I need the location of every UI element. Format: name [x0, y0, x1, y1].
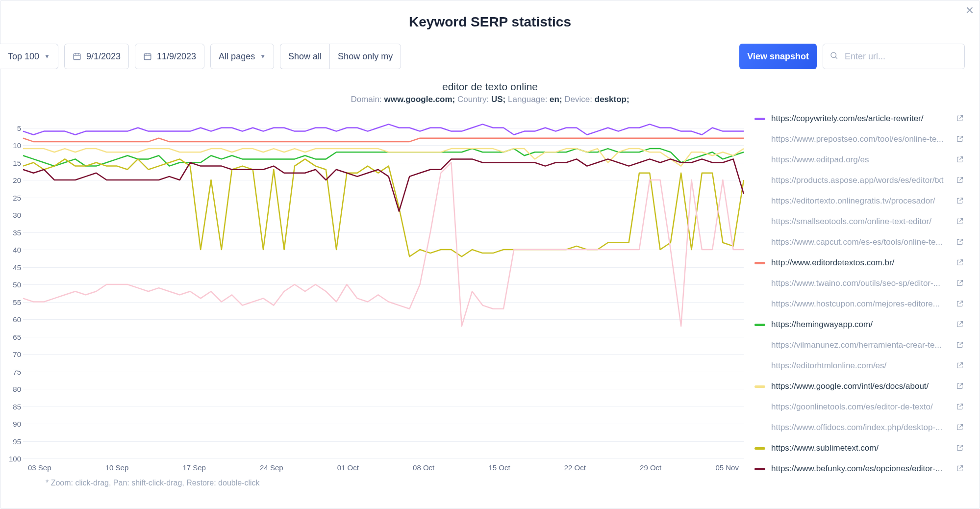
legend-swatch	[754, 262, 765, 264]
legend-item[interactable]: https://goonlinetools.com/es/editor-de-t…	[754, 397, 965, 417]
legend-label: https://www.editpad.org/es	[771, 155, 950, 165]
close-icon[interactable]: ×	[962, 2, 978, 18]
chevron-down-icon: ▼	[260, 53, 266, 60]
legend-item[interactable]: https://www.prepostseo.com/tool/es/onlin…	[754, 129, 965, 150]
legend-item[interactable]: https://www.twaino.com/outils/seo-sp/edi…	[754, 273, 965, 294]
legend-item[interactable]: https://vilmanunez.com/herramienta-crear…	[754, 335, 965, 356]
legend-label: https://editorhtmlonline.com/es/	[771, 361, 950, 371]
external-link-icon[interactable]	[956, 258, 965, 267]
legend-swatch	[754, 385, 765, 388]
series-line	[23, 163, 744, 327]
pages-filter-select[interactable]: All pages ▼	[210, 44, 274, 69]
x-tick: 03 Sep	[28, 463, 51, 472]
legend-item[interactable]: https://www.hostcupon.com/mejores-editor…	[754, 294, 965, 314]
external-link-icon[interactable]	[956, 423, 965, 432]
external-link-icon[interactable]	[956, 197, 965, 205]
toolbar: Top 100 ▼ 9/1/2023 11/9/2023 All pages ▼…	[0, 30, 980, 74]
y-tick: 35	[1, 228, 21, 236]
external-link-icon[interactable]	[956, 464, 965, 473]
date-from-picker[interactable]: 9/1/2023	[64, 44, 129, 69]
legend-item[interactable]: https://www.befunky.com/es/opciones/edit…	[754, 458, 965, 476]
y-tick: 60	[1, 315, 21, 324]
legend-item[interactable]: https://editorhtmlonline.com/es/	[754, 356, 965, 376]
chart-header: editor de texto online Domain: www.googl…	[0, 81, 980, 104]
external-link-icon[interactable]	[956, 341, 965, 350]
url-search-input[interactable]	[823, 44, 965, 69]
view-snapshot-button[interactable]: View snapshot	[739, 44, 817, 69]
legend-label: https://www.google.com/intl/es/docs/abou…	[771, 382, 950, 391]
legend-item[interactable]: https://www.sublimetext.com/	[754, 438, 965, 458]
external-link-icon[interactable]	[956, 300, 965, 308]
legend-item[interactable]: https://www.editpad.org/es	[754, 150, 965, 170]
external-link-icon[interactable]	[956, 155, 965, 164]
external-link-icon[interactable]	[956, 320, 965, 329]
x-tick: 22 Oct	[564, 463, 586, 472]
y-tick: 30	[1, 211, 21, 219]
external-link-icon[interactable]	[956, 361, 965, 370]
y-tick: 50	[1, 280, 21, 289]
top-filter-select[interactable]: Top 100 ▼	[0, 44, 58, 69]
external-link-icon[interactable]	[956, 176, 965, 185]
x-tick: 24 Sep	[260, 463, 283, 472]
legend-label: https://vilmanunez.com/herramienta-crear…	[771, 340, 950, 350]
y-tick: 25	[1, 193, 21, 202]
y-tick: 10	[1, 141, 21, 150]
legend-label: https://www.capcut.com/es-es/tools/onlin…	[771, 237, 950, 247]
legend-label: https://hemingwayapp.com/	[771, 320, 950, 330]
chart-footnote: * Zoom: click-drag, Pan: shift-click-dra…	[46, 479, 744, 487]
legend-item[interactable]: https://products.aspose.app/words/es/edi…	[754, 170, 965, 191]
legend-label: https://editortexto.onlinegratis.tv/proc…	[771, 196, 950, 206]
date-to-picker[interactable]: 11/9/2023	[135, 44, 204, 69]
legend-label: https://www.befunky.com/es/opciones/edit…	[771, 464, 950, 474]
external-link-icon[interactable]	[956, 114, 965, 123]
y-tick: 75	[1, 367, 21, 376]
external-link-icon[interactable]	[956, 279, 965, 288]
date-to-value: 11/9/2023	[157, 51, 196, 62]
legend-item[interactable]: http://www.editordetextos.com.br/	[754, 253, 965, 273]
x-tick: 10 Sep	[105, 463, 129, 472]
x-tick: 17 Sep	[182, 463, 206, 472]
external-link-icon[interactable]	[956, 403, 965, 411]
legend-item[interactable]: https://www.capcut.com/es-es/tools/onlin…	[754, 232, 965, 253]
legend-label: https://www.sublimetext.com/	[771, 443, 950, 453]
x-tick: 05 Nov	[715, 463, 739, 472]
external-link-icon[interactable]	[956, 135, 965, 144]
external-link-icon[interactable]	[956, 217, 965, 226]
show-only-my-button[interactable]: Show only my	[329, 44, 401, 69]
y-tick: 15	[1, 158, 21, 167]
legend-swatch	[754, 324, 765, 326]
x-tick: 01 Oct	[337, 463, 359, 472]
legend-label: https://products.aspose.app/words/es/edi…	[771, 176, 950, 185]
series-line	[23, 124, 744, 134]
chart-keyword: editor de texto online	[0, 81, 980, 93]
chart-area[interactable]: 5101520253035404550556065707580859095100…	[0, 108, 744, 487]
legend-item[interactable]: https://copywritely.com/es/article-rewri…	[754, 108, 965, 129]
external-link-icon[interactable]	[956, 238, 965, 247]
y-tick: 100	[1, 455, 21, 463]
y-tick: 55	[1, 298, 21, 306]
legend-item[interactable]: https://www.google.com/intl/es/docs/abou…	[754, 376, 965, 397]
legend-item[interactable]: https://www.offidocs.com/index.php/deskt…	[754, 417, 965, 438]
legend-item[interactable]: https://hemingwayapp.com/	[754, 314, 965, 335]
svg-point-2	[831, 52, 836, 58]
x-tick: 08 Oct	[413, 463, 434, 472]
show-all-button[interactable]: Show all	[280, 44, 329, 69]
legend-label: https://smallseotools.com/online-text-ed…	[771, 217, 950, 227]
series-line	[23, 159, 744, 211]
legend-item[interactable]: https://editortexto.onlinegratis.tv/proc…	[754, 191, 965, 211]
legend-label: http://www.editordetextos.com.br/	[771, 258, 950, 268]
search-icon	[829, 51, 838, 62]
y-tick: 95	[1, 437, 21, 445]
legend-label: https://copywritely.com/es/article-rewri…	[771, 114, 950, 124]
external-link-icon[interactable]	[956, 382, 965, 391]
x-axis: 03 Sep10 Sep17 Sep24 Sep01 Oct08 Oct15 O…	[23, 463, 744, 472]
legend-item[interactable]: https://smallseotools.com/online-text-ed…	[754, 211, 965, 232]
legend-label: https://www.hostcupon.com/mejores-editor…	[771, 299, 950, 309]
x-tick: 15 Oct	[488, 463, 510, 472]
y-tick: 40	[1, 246, 21, 254]
external-link-icon[interactable]	[956, 444, 965, 453]
y-tick: 20	[1, 176, 21, 184]
date-from-value: 9/1/2023	[86, 51, 121, 62]
x-tick: 29 Oct	[640, 463, 661, 472]
calendar-icon	[73, 52, 81, 61]
